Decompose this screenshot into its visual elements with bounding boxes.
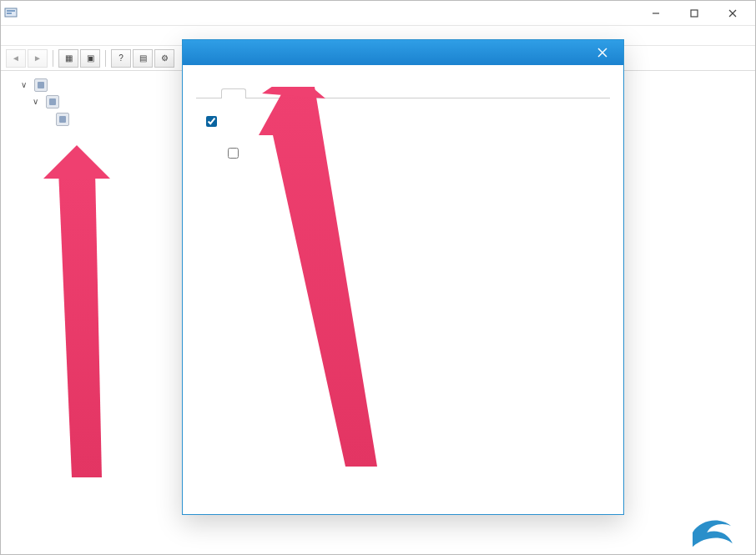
toolbar-btn-1[interactable]: ▦ (58, 49, 78, 68)
tab-event[interactable] (343, 88, 368, 98)
toolbar-btn-2[interactable]: ▣ (80, 49, 100, 68)
toolbar-btn-5[interactable]: ⚙ (154, 49, 174, 68)
tab-driver[interactable] (293, 88, 318, 98)
svg-rect-1 (7, 10, 15, 12)
disk-icon (56, 113, 69, 126)
enable-write-cache-checkbox[interactable] (206, 116, 217, 127)
close-button[interactable] (713, 1, 752, 26)
properties-dialog (182, 39, 624, 515)
tab-policy[interactable] (221, 88, 246, 98)
toolbar-btn-3[interactable]: ? (111, 49, 131, 68)
maximize-button[interactable] (675, 1, 713, 26)
tab-detail[interactable] (318, 88, 343, 98)
app-icon (4, 7, 18, 20)
computer-icon (34, 78, 48, 92)
forward-button[interactable]: ► (28, 49, 48, 68)
svg-rect-2 (7, 13, 12, 14)
collapse-icon[interactable]: ∨ (21, 77, 31, 93)
write-cache-section (196, 114, 610, 159)
svg-rect-4 (691, 10, 698, 17)
disable-cache-flush-checkbox[interactable] (228, 148, 239, 159)
disk-category-icon (46, 95, 59, 108)
tab-general[interactable] (196, 88, 221, 98)
tab-volume[interactable] (246, 88, 271, 98)
toolbar-btn-4[interactable]: ▤ (133, 49, 153, 68)
dialog-tabs (196, 73, 610, 98)
minimize-button[interactable] (637, 1, 675, 26)
watermark (688, 512, 744, 550)
titlebar (1, 1, 755, 26)
dialog-close-button[interactable] (590, 44, 615, 61)
logo-icon (688, 512, 736, 550)
dialog-titlebar (183, 40, 623, 65)
back-button[interactable]: ◄ (6, 49, 26, 68)
collapse-icon[interactable]: ∨ (33, 93, 43, 110)
